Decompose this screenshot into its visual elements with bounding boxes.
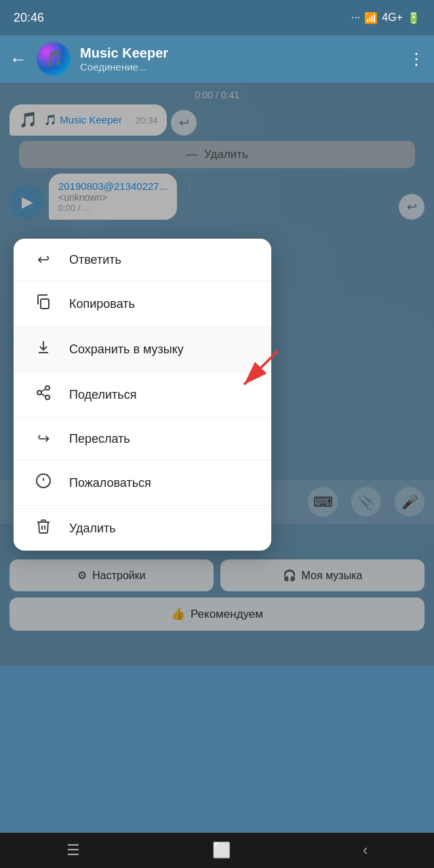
nav-menu-icon[interactable]: ☰ [66, 842, 80, 859]
menu-item-reply[interactable]: ↩ Ответить [14, 239, 271, 281]
svg-line-4 [41, 394, 46, 397]
chat-subtitle: Соединение... [80, 61, 399, 73]
4g-icon: 4G+ [382, 12, 403, 24]
menu-delete-label: Удалить [69, 521, 116, 536]
menu-copy-label: Копировать [69, 297, 135, 311]
copy-icon [33, 294, 54, 314]
menu-share-label: Поделиться [69, 388, 136, 402]
menu-item-forward[interactable]: ↪ Переслать [14, 418, 271, 460]
red-arrow-indicator [231, 347, 285, 401]
signal-dots-icon: ··· [351, 12, 360, 24]
reply-icon: ↩ [33, 251, 54, 269]
svg-rect-0 [41, 299, 49, 309]
chat-title: Music Keeper [80, 45, 399, 61]
menu-report-label: Пожаловаться [69, 476, 151, 490]
delete-icon [33, 518, 54, 538]
nav-home-icon[interactable]: ⬜ [212, 842, 231, 859]
menu-item-report[interactable]: Пожаловаться [14, 460, 271, 506]
svg-point-2 [37, 391, 41, 395]
back-button[interactable]: ← [9, 49, 27, 70]
status-bar: 20:46 ··· 📶 4G+ 🔋 [0, 0, 434, 35]
chat-header: ← 🎵 Music Keeper Соединение... ⋮ [0, 35, 434, 83]
svg-point-1 [45, 386, 50, 390]
avatar: 🎵 [37, 42, 71, 76]
chat-area: 0:00 / 0:41 🎵 🎵 Music Keeper 20:34 ↩ — У… [0, 83, 434, 666]
svg-line-10 [244, 351, 278, 384]
menu-item-copy[interactable]: Копировать [14, 281, 271, 327]
svg-point-3 [45, 395, 50, 399]
menu-reply-label: Ответить [69, 253, 121, 267]
download-icon [33, 339, 54, 359]
more-button[interactable]: ⋮ [408, 50, 425, 68]
menu-forward-label: Переслать [69, 432, 130, 446]
battery-icon: 🔋 [407, 12, 420, 24]
forward-icon: ↪ [33, 430, 54, 448]
nav-back-icon[interactable]: ‹ [363, 842, 368, 859]
svg-line-5 [41, 389, 46, 392]
share-icon [33, 384, 54, 405]
header-info: Music Keeper Соединение... [80, 45, 399, 73]
menu-save-music-label: Сохранить в музыку [69, 342, 184, 357]
report-icon [33, 473, 54, 493]
status-time: 20:46 [14, 11, 44, 25]
wifi-icon: 📶 [364, 12, 378, 24]
menu-item-delete[interactable]: Удалить [14, 506, 271, 551]
status-icons: ··· 📶 4G+ 🔋 [351, 12, 420, 24]
system-nav-bar: ☰ ⬜ ‹ [0, 833, 434, 868]
